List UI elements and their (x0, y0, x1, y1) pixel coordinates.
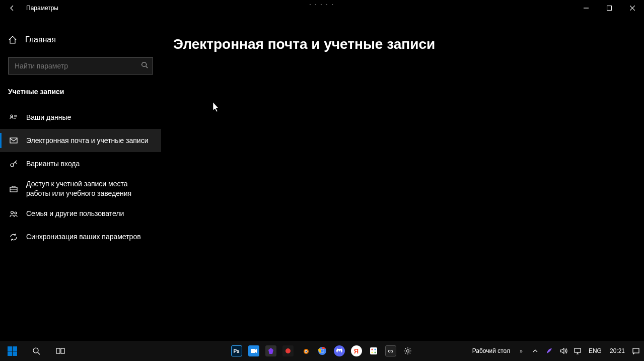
sidebar-item-label: Доступ к учетной записи места работы или… (26, 179, 153, 198)
tray-network[interactable] (571, 341, 584, 361)
terminal-icon: C:\ (385, 345, 396, 356)
blender-icon (300, 345, 311, 356)
desktop-chevron[interactable]: » (515, 341, 527, 361)
app-discord[interactable] (331, 341, 348, 361)
svg-rect-20 (370, 347, 377, 354)
windows-icon (8, 346, 17, 356)
maximize-icon (607, 6, 612, 11)
video-icon (248, 345, 259, 356)
start-button[interactable] (0, 341, 24, 361)
minimize-icon (584, 6, 589, 11)
taskbar-center: Ps Я C:\ (228, 341, 416, 361)
sidebar-item-label: Электронная почта и учетные записи (26, 136, 148, 146)
svg-point-22 (374, 349, 376, 350)
sidebar-item-label: Варианты входа (26, 159, 80, 169)
svg-rect-11 (251, 349, 255, 353)
app-photoshop[interactable]: Ps (228, 341, 245, 361)
svg-rect-26 (575, 348, 581, 352)
svg-point-25 (406, 350, 409, 352)
content: Главная Учетные записи Ваши данные Э (0, 16, 644, 341)
close-button[interactable] (621, 0, 644, 16)
sidebar: Главная Учетные записи Ваши данные Э (0, 16, 161, 341)
desktop-toolbar[interactable]: Рабочий стол (469, 347, 513, 354)
svg-point-18 (338, 350, 339, 351)
main-panel: Электронная почта и учетные записи (161, 16, 644, 341)
sidebar-item-email-accounts[interactable]: Электронная почта и учетные записи (0, 129, 161, 152)
feather-icon (546, 347, 553, 354)
svg-rect-9 (56, 348, 60, 353)
sync-icon (9, 233, 18, 242)
search-icon (32, 347, 40, 355)
app-yandex[interactable]: Я (348, 341, 365, 361)
tray-notifications[interactable] (630, 341, 642, 361)
task-view-icon (56, 347, 65, 355)
tray-app[interactable] (543, 341, 555, 361)
sidebar-item-signin-options[interactable]: Варианты входа (0, 152, 161, 175)
sidebar-item-label: Семья и другие пользователи (26, 209, 124, 219)
sidebar-item-family[interactable]: Семья и другие пользователи (0, 202, 161, 226)
app-obsidian[interactable] (262, 341, 279, 361)
back-button[interactable] (0, 0, 24, 16)
window-title: Параметры (26, 5, 58, 12)
svg-point-21 (371, 349, 373, 350)
speaker-icon (559, 347, 567, 355)
maximize-button[interactable] (598, 0, 621, 16)
sidebar-item-your-info[interactable]: Ваши данные (0, 106, 161, 129)
minimize-button[interactable] (575, 0, 598, 16)
tray-clock[interactable]: 20:21 (607, 347, 628, 354)
svg-point-8 (33, 348, 38, 353)
home-button[interactable]: Главная (0, 28, 161, 51)
sidebar-item-label: Синхронизация ваших параметров (26, 232, 141, 242)
key-icon (9, 159, 18, 168)
tray-overflow[interactable] (529, 341, 541, 361)
home-label: Главная (25, 35, 56, 44)
tray-volume[interactable] (557, 341, 569, 361)
settings-window: Параметры • • • • • Главная (0, 0, 644, 341)
network-icon (574, 347, 582, 355)
sidebar-item-label: Ваши данные (26, 113, 71, 122)
svg-point-14 (305, 351, 307, 352)
svg-rect-27 (633, 348, 639, 353)
app-paint[interactable] (365, 341, 382, 361)
search-container (8, 57, 153, 75)
gear-icon (403, 346, 412, 355)
app-blender[interactable] (297, 341, 314, 361)
app-video[interactable] (245, 341, 262, 361)
taskbar-left (0, 341, 73, 361)
app-chrome[interactable] (314, 341, 331, 361)
app-terminal[interactable]: C:\ (382, 341, 399, 361)
people-icon (9, 209, 18, 219)
chrome-icon (317, 345, 328, 356)
svg-rect-0 (607, 6, 612, 11)
photoshop-icon: Ps (231, 345, 242, 356)
app-record[interactable] (279, 341, 297, 361)
svg-point-19 (340, 350, 341, 351)
sidebar-item-sync[interactable]: Синхронизация ваших параметров (0, 226, 161, 249)
svg-point-24 (374, 352, 376, 353)
person-card-icon (9, 113, 18, 122)
notification-icon (632, 347, 640, 355)
search-button[interactable] (24, 341, 48, 361)
discord-icon (334, 345, 345, 356)
svg-point-23 (371, 352, 373, 353)
svg-point-6 (11, 211, 14, 213)
svg-point-17 (321, 349, 324, 352)
taskbar: Ps Я C:\ Рабочий стол » ENG 20:21 (0, 341, 644, 361)
sidebar-item-work-access[interactable]: Доступ к учетной записи места работы или… (0, 175, 161, 202)
search-input[interactable] (8, 57, 153, 75)
mail-icon (9, 136, 18, 145)
record-icon (282, 345, 294, 356)
taskbar-right: Рабочий стол » ENG 20:21 (469, 341, 644, 361)
obsidian-icon (265, 345, 276, 356)
app-settings[interactable] (399, 341, 416, 361)
close-icon (630, 6, 635, 11)
tray-language[interactable]: ENG (586, 347, 605, 354)
task-view-button[interactable] (48, 341, 73, 361)
yandex-icon: Я (351, 345, 362, 356)
titlebar: Параметры • • • • • (0, 0, 644, 16)
svg-point-1 (142, 62, 147, 67)
svg-rect-3 (10, 138, 17, 143)
arrow-left-icon (8, 4, 16, 12)
svg-point-2 (11, 115, 13, 117)
page-title: Электронная почта и учетные записи (173, 36, 632, 52)
